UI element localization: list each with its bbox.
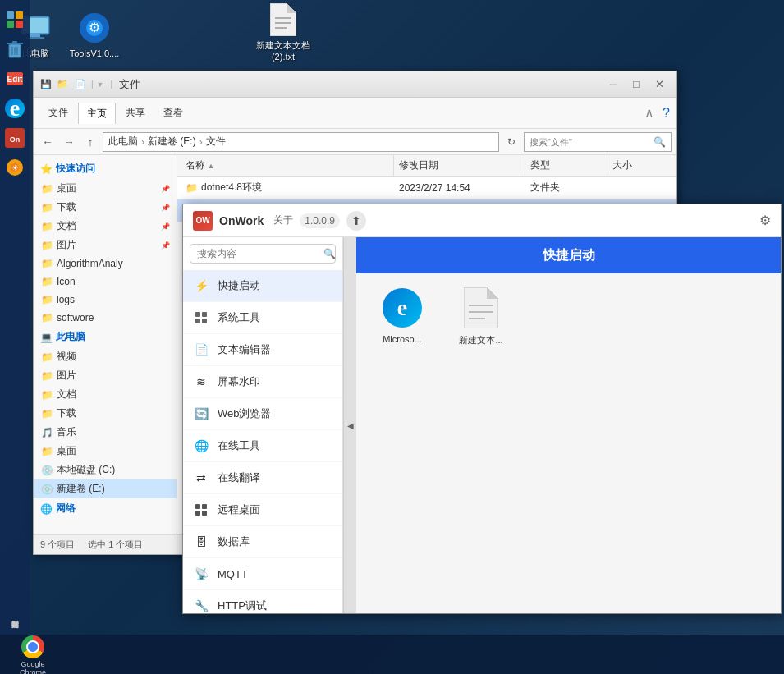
svg-rect-15 <box>16 21 23 28</box>
table-row[interactable]: 📁 dotnet4.8环境 2023/2/27 14:54 文件夹 <box>177 177 676 199</box>
onwork-settings-icon[interactable]: ⚙ <box>759 213 771 228</box>
menu-item-database[interactable]: 🗄 数据库 <box>183 526 342 558</box>
folder-icon: 📁 <box>40 275 53 288</box>
search-icon: 🔍 <box>323 248 336 259</box>
back-button[interactable]: ← <box>39 133 57 151</box>
edge-app-icon <box>381 287 424 329</box>
forward-button[interactable]: → <box>60 133 78 151</box>
menu-item-texteditor[interactable]: 📄 文本编辑器 <box>183 334 342 366</box>
taskbar-control-panel[interactable] <box>2 7 28 33</box>
sidebar-header-network[interactable]: 🌐 网络 <box>34 498 177 519</box>
address-box[interactable]: 此电脑 › 新建卷 (E:) › 文件 <box>103 132 499 152</box>
folder-icon: 📁 <box>40 311 53 324</box>
sidebar-item-pictures1[interactable]: 📁 图片 📌 <box>34 236 177 254</box>
menu-item-onlinetools[interactable]: 🌐 在线工具 <box>183 430 342 462</box>
close-button[interactable]: ✕ <box>649 76 670 93</box>
menu-collapse-button[interactable]: ◀ <box>343 237 356 613</box>
taskbar-sunflower[interactable]: ☀ <box>2 154 28 181</box>
menu-item-quickstart[interactable]: ⚡ 快捷启动 <box>183 270 342 302</box>
col-size[interactable]: 大小 <box>607 155 673 176</box>
sidebar-item-docs1[interactable]: 📁 文档 📌 <box>34 217 177 236</box>
menu-item-remotedesktop[interactable]: 远程桌面 <box>183 494 342 526</box>
address-computer[interactable]: 此电脑 <box>108 135 138 149</box>
folder-icon: 📁 <box>40 182 53 195</box>
sidebar-item-music[interactable]: 🎵 音乐 <box>34 423 177 442</box>
refresh-button[interactable]: ↻ <box>502 133 520 151</box>
sidebar-header-computer[interactable]: 💻 此电脑 <box>34 327 177 347</box>
database-icon: 🗄 <box>193 534 209 550</box>
svg-text:On: On <box>10 135 21 144</box>
taskbar-microsoft-edge[interactable] <box>2 95 28 122</box>
content-body: Microso... 新建文 <box>356 273 781 613</box>
menu-item-mqtt[interactable]: 📡 MQTT <box>183 558 342 590</box>
sidebar-item-download1[interactable]: 📁 下载 📌 <box>34 198 177 217</box>
folder-icon: 🎵 <box>40 426 53 439</box>
app-item-newdoc[interactable]: 新建文本... <box>448 287 514 346</box>
search-input[interactable] <box>530 137 650 147</box>
sidebar-item-download2[interactable]: 📁 下载 <box>34 404 177 423</box>
col-date[interactable]: 修改日期 <box>394 155 525 176</box>
onwork-menu: 🔍 ⚡ 快捷启动 <box>183 237 343 613</box>
help-button[interactable]: ? <box>663 106 670 121</box>
ribbon-tab-home[interactable]: 主页 <box>78 103 116 124</box>
sidebar-item-desktop2[interactable]: 📁 桌面 <box>34 442 177 461</box>
col-type[interactable]: 类型 <box>525 155 607 176</box>
ribbon-tab-view[interactable]: 查看 <box>155 103 191 123</box>
search-icon[interactable]: 🔍 <box>653 136 666 148</box>
sidebar-item-pictures2[interactable]: 📁 图片 <box>34 366 177 385</box>
address-folder[interactable]: 文件 <box>206 135 226 149</box>
desktop-icon-newdoc[interactable]: 新建文本文档 (2).txt <box>254 0 312 66</box>
search-box[interactable]: 🔍 <box>524 132 672 152</box>
titlebar-dropdown[interactable]: ▼ <box>97 80 104 89</box>
taskbar-onwork[interactable]: On <box>2 125 28 151</box>
sidebar-item-videos[interactable]: 📁 视频 <box>34 347 177 366</box>
sidebar-item-icon[interactable]: 📁 Icon <box>34 273 177 291</box>
onwork-about[interactable]: 关于 <box>273 213 293 227</box>
onwork-titlebar: OW OnWork 关于 1.0.0.9 ⬆ ⚙ <box>183 204 781 237</box>
sidebar-item-desktop1[interactable]: 📁 桌面 📌 <box>34 179 177 198</box>
newdoc-desktop-icon <box>267 3 300 36</box>
sidebar-item-logs[interactable]: 📁 logs <box>34 291 177 309</box>
drive-icon: 💿 <box>40 483 53 496</box>
titlebar-icon-new[interactable]: 📄 <box>75 79 86 89</box>
col-name[interactable]: 名称 <box>181 155 394 176</box>
onwork-search[interactable]: 🔍 <box>190 244 336 264</box>
app-item-edge[interactable]: Microso... <box>369 287 435 346</box>
folder-icon: 📁 <box>40 201 53 214</box>
webbrowser-icon: 🔄 <box>193 406 209 422</box>
ribbon-tab-share[interactable]: 共享 <box>117 103 154 123</box>
sidebar-item-software[interactable]: 📁 softwore <box>34 309 177 327</box>
sidebar-header-quickaccess[interactable]: ⭐ 快速访问 <box>34 158 177 179</box>
minimize-button[interactable]: ─ <box>603 76 624 93</box>
svg-text:⚙: ⚙ <box>89 21 100 34</box>
sidebar-item-drive-c[interactable]: 💿 本地磁盘 (C:) <box>34 461 177 479</box>
onwork-search-input[interactable] <box>197 248 320 259</box>
ribbon-expand-button[interactable]: ∧ <box>644 105 654 121</box>
menu-item-translate[interactable]: ⇄ 在线翻译 <box>183 462 342 494</box>
titlebar-separator1: | <box>91 80 94 89</box>
sidebar-item-docs2[interactable]: 📁 文档 <box>34 385 177 404</box>
onwork-update-button[interactable]: ⬆ <box>346 211 366 231</box>
titlebar-icon-save[interactable]: 💾 <box>40 79 52 89</box>
ribbon-tab-file[interactable]: 文件 <box>40 103 76 123</box>
column-headers: 名称 修改日期 类型 大小 <box>177 155 676 177</box>
menu-item-webbrowser[interactable]: 🔄 Web浏览器 <box>183 398 342 430</box>
taskbar-edit[interactable]: Edit <box>2 66 28 92</box>
up-button[interactable]: ↑ <box>81 133 99 151</box>
svg-rect-32 <box>202 319 207 323</box>
svg-rect-33 <box>195 504 200 509</box>
address-drive[interactable]: 新建卷 (E:) <box>148 135 196 149</box>
menu-item-systemtools[interactable]: 系统工具 <box>183 302 342 334</box>
taskbar-item-chrome[interactable]: GoogleChrome <box>4 638 62 674</box>
taskbar-recycle-bin[interactable] <box>2 36 28 62</box>
titlebar-icon-folder[interactable]: 📁 <box>57 79 68 89</box>
svg-rect-36 <box>202 511 207 516</box>
maximize-button[interactable]: □ <box>626 76 647 93</box>
menu-item-httpdebug[interactable]: 🔧 HTTP调试 <box>183 590 342 613</box>
menu-item-watermark[interactable]: ≋ 屏幕水印 <box>183 366 342 398</box>
sidebar-item-drive-e[interactable]: 💿 新建卷 (E:) <box>34 479 177 498</box>
folder-icon: 📁 <box>40 220 53 233</box>
sidebar-item-algorithm[interactable]: 📁 AlgorithmAnaly <box>34 254 177 273</box>
quickaccess-chevron: ⭐ <box>40 163 53 175</box>
desktop-icon-tools[interactable]: ⚙ ToolsV1.0.... <box>66 8 123 62</box>
